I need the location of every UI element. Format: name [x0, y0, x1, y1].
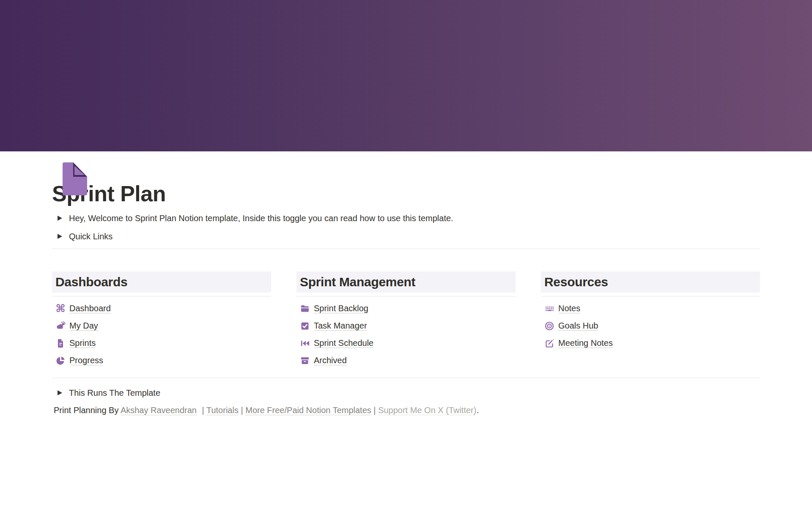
link-meeting-notes[interactable]: Meeting Notes [541, 334, 760, 352]
column-heading-label: Dashboards [55, 275, 127, 289]
link-columns: Dashboards ⌘ Dashboard [52, 271, 760, 369]
footer-link-author[interactable]: Akshay Raveendran [121, 406, 197, 415]
link-label: Progress [69, 356, 103, 365]
link-label: Meeting Notes [558, 338, 613, 348]
footer-separator: | [202, 406, 204, 415]
toggle-triangle-icon[interactable] [55, 213, 65, 223]
link-sprint-schedule[interactable]: Sprint Schedule [296, 334, 516, 352]
footer-credits: Print Planning By Akshay Raveendran | Tu… [52, 402, 760, 419]
column-dashboards: Dashboards ⌘ Dashboard [52, 271, 271, 369]
footer-link-support[interactable]: Support Me On X (Twitter) [378, 406, 476, 415]
toggle-list: Hey, Welcome to Sprint Plan Notion templ… [52, 209, 760, 245]
pie-chart-icon [55, 356, 66, 366]
link-list: ⌘ Dashboard [52, 300, 271, 369]
column-resources: Resources [541, 271, 760, 369]
sun-cloud-icon [55, 321, 66, 331]
link-goals-hub[interactable]: Goals Hub [541, 317, 760, 334]
archive-icon [300, 356, 310, 366]
footer-period: . [477, 406, 479, 415]
footer-text: Print Planning By [54, 406, 118, 415]
column-heading-dashboards: Dashboards [52, 271, 271, 293]
toggle-triangle-icon[interactable] [55, 388, 65, 398]
column-divider [52, 296, 271, 296]
column-heading-resources: Resources [541, 271, 760, 293]
toggle-quick-links-label: Quick Links [69, 230, 112, 243]
link-label: Task Manager [314, 321, 367, 331]
link-list: Notes Goals Hub [541, 300, 760, 352]
link-label: Sprint Backlog [314, 304, 368, 313]
link-label: Sprints [69, 338, 96, 348]
edit-icon [544, 338, 554, 348]
toggle-quick-links[interactable]: Quick Links [52, 227, 760, 245]
command-icon: ⌘ [55, 304, 66, 314]
page-title: Sprint Plan [52, 181, 760, 206]
link-sprints[interactable]: Sprints [52, 334, 271, 352]
footer-separator: | [241, 406, 243, 415]
divider [52, 249, 760, 249]
keyboard-icon [544, 304, 554, 314]
cover-image [0, 0, 812, 151]
link-label: Notes [558, 304, 580, 313]
column-sprint-management: Sprint Management Sprint Backlog [296, 271, 516, 369]
footer-link-templates[interactable]: More Free/Paid Notion Templates [245, 406, 371, 415]
link-label: My Day [69, 321, 98, 331]
link-archived[interactable]: Archived [296, 352, 516, 369]
column-heading-sprint-management: Sprint Management [296, 271, 516, 293]
divider [52, 378, 760, 378]
column-divider [541, 296, 760, 296]
link-label: Sprint Schedule [314, 338, 373, 348]
link-label: Goals Hub [558, 321, 598, 331]
checkbox-icon [300, 321, 310, 331]
notion-page: Sprint Plan Hey, Welcome to Sprint Plan … [0, 0, 812, 507]
column-heading-label: Sprint Management [300, 275, 415, 289]
link-label: Archived [314, 356, 347, 365]
target-icon [544, 321, 554, 331]
page-document-icon-svg [61, 162, 88, 195]
page-content: Sprint Plan Hey, Welcome to Sprint Plan … [52, 181, 760, 419]
link-dashboard[interactable]: ⌘ Dashboard [52, 300, 271, 317]
link-my-day[interactable]: My Day [52, 317, 271, 334]
link-sprint-backlog[interactable]: Sprint Backlog [296, 300, 516, 317]
link-label: Dashboard [69, 304, 111, 313]
column-heading-label: Resources [544, 275, 608, 289]
toggle-triangle-icon[interactable] [55, 231, 65, 241]
footer-link-tutorials[interactable]: Tutorials [206, 406, 239, 415]
toggle-runs-template-label: This Runs The Template [69, 386, 160, 399]
link-task-manager[interactable]: Task Manager [296, 317, 516, 334]
toggle-welcome-label: Hey, Welcome to Sprint Plan Notion templ… [69, 212, 453, 225]
footer-separator: | [373, 406, 376, 415]
page-document-icon[interactable] [61, 162, 88, 195]
command-glyph: ⌘ [55, 304, 65, 314]
toggle-welcome[interactable]: Hey, Welcome to Sprint Plan Notion templ… [52, 209, 760, 227]
link-progress[interactable]: Progress [52, 352, 271, 369]
column-divider [296, 296, 516, 296]
document-icon [55, 338, 66, 348]
link-list: Sprint Backlog Task Manager [296, 300, 516, 369]
link-notes[interactable]: Notes [541, 300, 760, 317]
folder-icon [300, 304, 310, 314]
rewind-icon [300, 338, 310, 348]
toggle-runs-template[interactable]: This Runs The Template [52, 384, 760, 402]
